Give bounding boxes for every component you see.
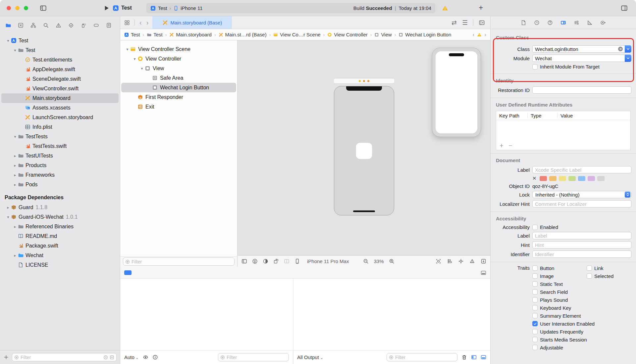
- a11y-identifier-field[interactable]: [532, 250, 631, 258]
- breadcrumb-file[interactable]: Main.storyboard: [169, 32, 212, 37]
- view-controller-scene[interactable]: [334, 86, 394, 215]
- jump-to-class-arrow-icon[interactable]: [618, 46, 623, 52]
- trait-link-checkbox[interactable]: [587, 265, 592, 271]
- file-row[interactable]: LICENSE: [1, 260, 119, 270]
- identity-inspector-icon-selected[interactable]: [560, 20, 566, 25]
- size-inspector-icon[interactable]: [587, 20, 593, 25]
- source-control-status-icon[interactable]: [110, 355, 114, 360]
- navigator-filter-input[interactable]: [21, 355, 102, 360]
- color-swatch-purple[interactable]: [588, 176, 595, 181]
- color-swatch-orange[interactable]: [549, 176, 556, 181]
- zoom-level-label[interactable]: 33%: [374, 258, 384, 264]
- view-controller-dock-icon[interactable]: [359, 80, 361, 82]
- file-row[interactable]: Info.plist: [1, 122, 119, 132]
- file-row-selected[interactable]: Main.storyboard: [1, 93, 119, 103]
- trait-search-field-checkbox[interactable]: [532, 289, 538, 295]
- disclosure-chevron[interactable]: [5, 215, 11, 219]
- trait-keyboard-key-checkbox[interactable]: [532, 305, 538, 310]
- lock-popup-button[interactable]: Inherited - (Nothing): [532, 191, 631, 198]
- file-row[interactable]: TestUITests: [1, 151, 119, 160]
- show-console-pane-icon[interactable]: [481, 354, 486, 360]
- trait-image-checkbox[interactable]: [532, 273, 538, 279]
- a11y-label-field[interactable]: [532, 232, 631, 239]
- class-field[interactable]: [532, 45, 625, 53]
- variables-filter-input[interactable]: [227, 355, 287, 360]
- toggle-inspector-icon[interactable]: [621, 5, 628, 12]
- module-dropdown-button[interactable]: [625, 55, 631, 62]
- issues-navigator-icon[interactable]: [56, 23, 61, 28]
- device-name-label[interactable]: iPhone 11 Pro Max: [307, 258, 349, 264]
- file-row[interactable]: Frameworks: [1, 170, 119, 180]
- trait-selected-checkbox[interactable]: [587, 273, 592, 279]
- console-pane-icon[interactable]: [481, 270, 486, 276]
- clear-color-button[interactable]: ✕: [532, 175, 537, 181]
- update-frames-icon[interactable]: [436, 258, 441, 264]
- device-icon[interactable]: [294, 258, 300, 264]
- exit-dock-icon[interactable]: [367, 80, 369, 82]
- disclosure-chevron[interactable]: [12, 154, 18, 158]
- issue-warning-icon[interactable]: [477, 32, 482, 37]
- add-attribute-icon[interactable]: [499, 143, 504, 148]
- first-responder-dock-icon[interactable]: [363, 80, 365, 82]
- scheme-device-label[interactable]: iPhone 11: [181, 5, 202, 11]
- code-review-icon[interactable]: ⇄: [451, 19, 457, 26]
- tests-navigator-icon[interactable]: [68, 23, 74, 28]
- outline-filter-input[interactable]: [132, 259, 232, 264]
- outline-row-safe-area[interactable]: Safe Area: [121, 73, 236, 83]
- file-inspector-icon[interactable]: [521, 20, 526, 25]
- outline-row-wechat-login-button[interactable]: Wechat Login Button: [121, 83, 236, 92]
- file-row[interactable]: Package.swift: [1, 241, 119, 250]
- project-navigator-icon[interactable]: [5, 23, 11, 28]
- breadcrumb-project[interactable]: Test: [124, 32, 140, 37]
- disclosure-chevron[interactable]: [139, 66, 145, 71]
- scheme-target-label[interactable]: Test: [158, 5, 167, 11]
- breadcrumb-localization[interactable]: Main.st…rd (Base): [219, 32, 267, 37]
- file-row[interactable]: Wechat: [1, 250, 119, 260]
- module-field[interactable]: [532, 55, 625, 62]
- align-icon[interactable]: [447, 258, 452, 264]
- trait-static-text-checkbox[interactable]: [532, 281, 538, 287]
- file-row[interactable]: Products: [1, 160, 119, 170]
- file-row[interactable]: Referenced Binaries: [1, 222, 119, 231]
- color-swatch-red[interactable]: [540, 176, 547, 181]
- add-editor-icon[interactable]: [479, 20, 485, 26]
- info-icon[interactable]: [152, 354, 158, 360]
- breadcrumb-view-controller[interactable]: View Controller: [327, 32, 367, 37]
- next-issue-chevron[interactable]: ›: [484, 31, 486, 38]
- build-status[interactable]: Build Succeeded | Today at 19:04: [353, 5, 431, 11]
- file-row[interactable]: Assets.xcassets: [1, 103, 119, 113]
- file-row[interactable]: Test: [1, 45, 119, 55]
- file-row[interactable]: TestTests.swift: [1, 141, 119, 151]
- related-items-grid-icon[interactable]: [124, 20, 130, 25]
- debug-navigator-icon[interactable]: [81, 23, 86, 28]
- remove-attribute-icon[interactable]: [508, 143, 513, 148]
- file-row[interactable]: SceneDelegate.swift: [1, 74, 119, 84]
- file-row[interactable]: Test.entitlements: [1, 55, 119, 65]
- inherit-module-checkbox[interactable]: [532, 64, 538, 69]
- navigator-filter-field[interactable]: [12, 353, 117, 361]
- a11y-hint-field[interactable]: [532, 241, 631, 249]
- device-preview[interactable]: [432, 48, 481, 137]
- zoom-window-button[interactable]: [24, 6, 28, 10]
- trait-starts-media-session-checkbox[interactable]: [532, 337, 538, 342]
- class-dropdown-button[interactable]: [625, 45, 631, 53]
- search-icon[interactable]: [43, 23, 49, 28]
- file-row[interactable]: LaunchScreen.storyboard: [1, 113, 119, 122]
- disclosure-chevron[interactable]: [132, 57, 137, 61]
- attributes-inspector-icon[interactable]: [574, 20, 579, 25]
- variables-filter-field[interactable]: [218, 353, 289, 361]
- zoom-out-icon[interactable]: [363, 258, 369, 264]
- breakpoints-navigator-icon[interactable]: [93, 23, 99, 28]
- disclosure-chevron[interactable]: [12, 48, 18, 53]
- toggle-navigator-icon[interactable]: [40, 5, 47, 12]
- disclosure-chevron[interactable]: [12, 134, 18, 139]
- scene-dock[interactable]: [334, 79, 394, 83]
- trait-plays-sound-checkbox[interactable]: [532, 297, 538, 302]
- minimize-window-button[interactable]: [15, 6, 20, 10]
- trait-updates-frequently-checkbox[interactable]: [532, 329, 538, 334]
- add-toolbar-button[interactable]: +: [479, 3, 483, 12]
- orientation-rotate-icon[interactable]: [273, 258, 279, 264]
- outline-row-exit[interactable]: Exit: [121, 102, 236, 112]
- color-swatch-green[interactable]: [568, 176, 576, 181]
- variables-scope-dropdown[interactable]: Auto⌄: [124, 354, 139, 360]
